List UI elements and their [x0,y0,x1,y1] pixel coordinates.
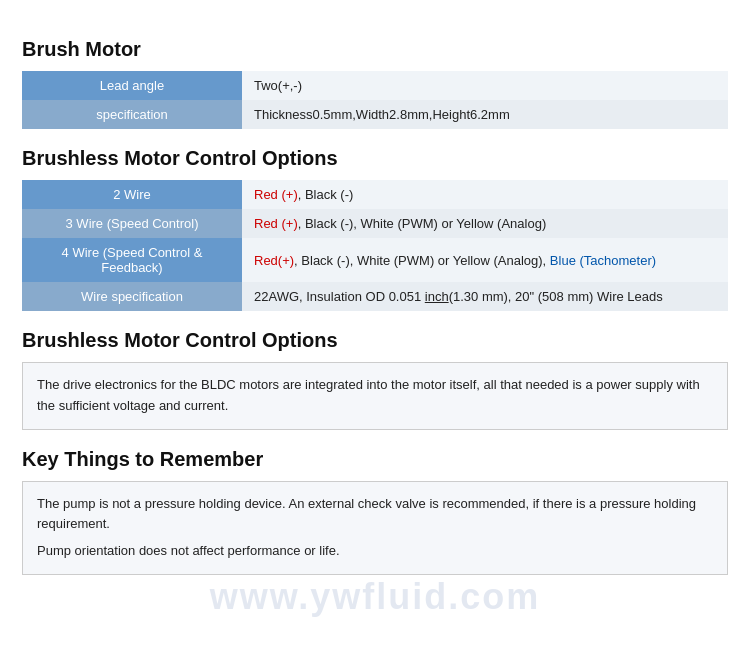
row-label: specification [22,100,242,129]
brushless-motor-control-section: Brushless Motor Control Options 2 Wire R… [22,147,728,311]
row-value: Two(+,-) [242,71,728,100]
table-row: Lead angle Two(+,-) [22,71,728,100]
row-value: 22AWG, Insulation OD 0.051 inch(1.30 mm)… [242,282,728,311]
brush-motor-section: Brush Motor Lead angle Two(+,-) specific… [22,38,728,129]
key-things-line-2: Pump orientation does not affect perform… [37,541,713,562]
row-value: Red (+), Black (-) [242,180,728,209]
table-row: 4 Wire (Speed Control & Feedback) Red(+)… [22,238,728,282]
brushless-motor-control-title: Brushless Motor Control Options [22,147,728,170]
brushless-description-title: Brushless Motor Control Options [22,329,728,352]
table-row: 2 Wire Red (+), Black (-) [22,180,728,209]
brushless-motor-table: 2 Wire Red (+), Black (-) 3 Wire (Speed … [22,180,728,311]
row-label: Lead angle [22,71,242,100]
table-row: Wire specification 22AWG, Insulation OD … [22,282,728,311]
row-value: Thickness0.5mm,Width2.8mm,Height6.2mm [242,100,728,129]
key-things-line-1: The pump is not a pressure holding devic… [37,494,713,536]
brushless-description-box: The drive electronics for the BLDC motor… [22,362,728,430]
table-row: specification Thickness0.5mm,Width2.8mm,… [22,100,728,129]
row-value: Red (+), Black (-), White (PWM) or Yello… [242,209,728,238]
row-label: 2 Wire [22,180,242,209]
row-label: Wire specification [22,282,242,311]
brushless-description-section: Brushless Motor Control Options The driv… [22,329,728,430]
key-things-box: The pump is not a pressure holding devic… [22,481,728,575]
row-label: 3 Wire (Speed Control) [22,209,242,238]
watermark: www.ywfluid.com [210,576,541,618]
brushless-description-text: The drive electronics for the BLDC motor… [37,377,700,413]
row-label: 4 Wire (Speed Control & Feedback) [22,238,242,282]
key-things-title: Key Things to Remember [22,448,728,471]
brush-motor-title: Brush Motor [22,38,728,61]
key-things-section: Key Things to Remember The pump is not a… [22,448,728,575]
brush-motor-table: Lead angle Two(+,-) specification Thickn… [22,71,728,129]
row-value: Red(+), Black (-), White (PWM) or Yellow… [242,238,728,282]
table-row: 3 Wire (Speed Control) Red (+), Black (-… [22,209,728,238]
